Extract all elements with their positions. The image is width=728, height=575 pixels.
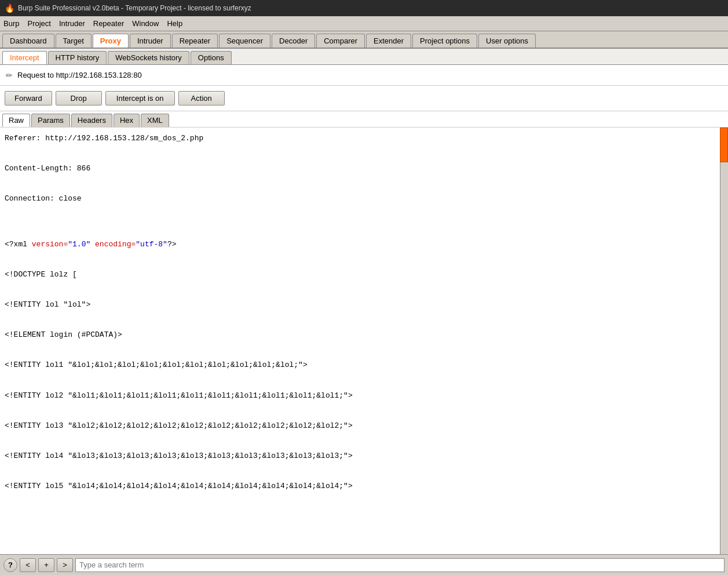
content-line-referer: Referer: http://192.168.153.128/sm_dos_2… [5,131,716,146]
action-button[interactable]: Action [178,91,225,105]
content-line-empty11 [5,434,716,449]
xml-attr-encoding-value: "utf-8" [136,240,167,249]
tab-intruder[interactable]: Intruder [130,34,171,48]
tab-proxy[interactable]: Proxy [93,34,129,48]
sub-tab-http-history[interactable]: HTTP history [48,51,107,64]
sub-tab-websockets[interactable]: WebSockets history [108,51,189,64]
request-url: Request to http://192.168.153.128:80 [17,71,142,79]
scrollbar-thumb[interactable] [720,128,728,162]
xml-attr-version-name: version= [32,240,68,249]
content-tab-xml[interactable]: XML [141,114,169,127]
content-line-entity-lol5: <!ENTITY lol5 "&lol4;&lol4;&lol4;&lol4;&… [5,479,716,494]
menu-bar: Burp Project Intruder Repeater Window He… [0,16,728,31]
next-button[interactable]: > [57,558,73,572]
content-area[interactable]: Referer: http://192.168.153.128/sm_dos_2… [0,128,728,562]
content-line-entity-lol1: <!ENTITY lol1 "&lol;&lol;&lol;&lol;&lol;… [5,358,716,373]
content-line-entity-lol: <!ENTITY lol "lol"> [5,297,716,312]
content-line-empty8 [5,343,716,358]
content-line-empty6 [5,282,716,297]
content-line-entity-lol2: <!ENTITY lol2 "&lol1;&lol1;&lol1;&lol1;&… [5,388,716,403]
menu-project[interactable]: Project [27,19,50,28]
sub-tab-intercept[interactable]: Intercept [2,51,47,64]
content-line-empty5 [5,252,716,267]
request-info-bar: ✏ Request to http://192.168.153.128:80 [0,65,728,86]
menu-repeater[interactable]: Repeater [93,19,124,28]
app-title: Burp Suite Professional v2.0beta - Tempo… [18,4,251,12]
content-line-empty7 [5,312,716,327]
content-line-empty3 [5,206,716,221]
menu-help[interactable]: Help [167,19,182,28]
menu-window[interactable]: Window [132,19,159,28]
content-line-entity-lol3: <!ENTITY lol3 "&lol2;&lol2;&lol2;&lol2;&… [5,418,716,434]
menu-burp[interactable]: Burp [3,19,19,28]
xml-attr-encoding-name: encoding= [95,240,136,249]
content-line-xml-decl: <?xml version="1.0" encoding="utf-8"?> [5,237,716,252]
prev-button[interactable]: < [20,558,36,572]
content-line-empty4 [5,222,716,237]
content-line-empty10 [5,403,716,418]
content-line-empty2 [5,176,716,191]
tab-extender[interactable]: Extender [366,34,411,48]
content-wrapper: Referer: http://192.168.153.128/sm_dos_2… [0,128,728,562]
content-tab-raw[interactable]: Raw [2,114,30,127]
title-bar: 🔥 Burp Suite Professional v2.0beta - Tem… [0,0,728,16]
tab-comparer[interactable]: Comparer [316,34,365,48]
forward-button[interactable]: Forward [5,91,52,105]
app-logo: 🔥 [5,3,14,13]
content-line-doctype: <!DOCTYPE lolz [ [5,267,716,282]
tab-target[interactable]: Target [56,34,92,48]
help-button[interactable]: ? [3,558,17,572]
intercept-toggle-button[interactable]: Intercept is on [105,91,175,105]
add-button[interactable]: + [38,558,54,572]
tab-repeater[interactable]: Repeater [172,34,218,48]
edit-icon: ✏ [6,71,13,80]
tab-user-options[interactable]: User options [478,34,536,48]
content-line-empty12 [5,464,716,479]
action-buttons-bar: Forward Drop Intercept is on Action [0,86,728,111]
content-tab-params[interactable]: Params [31,114,70,127]
content-line-empty9 [5,373,716,388]
tab-decoder[interactable]: Decoder [272,34,315,48]
sub-tabs: Intercept HTTP history WebSockets histor… [0,49,728,65]
tab-dashboard[interactable]: Dashboard [2,34,54,48]
xml-attr-version-value: "1.0" [68,240,90,249]
menu-intruder[interactable]: Intruder [59,19,85,28]
tab-project-options[interactable]: Project options [412,34,477,48]
content-tab-hex[interactable]: Hex [114,114,140,127]
search-input[interactable] [75,558,725,572]
content-tabs: Raw Params Headers Hex XML [0,111,728,128]
tab-sequencer[interactable]: Sequencer [219,34,270,48]
content-tab-headers[interactable]: Headers [71,114,112,127]
content-line-element-login: <!ELEMENT login (#PCDATA)> [5,327,716,343]
content-line-content-length: Content-Length: 866 [5,161,716,176]
content-line-entity-lol4: <!ENTITY lol4 "&lol3;&lol3;&lol3;&lol3;&… [5,449,716,464]
main-tabs: Dashboard Target Proxy Intruder Repeater… [0,31,728,49]
sub-tab-options[interactable]: Options [191,51,232,64]
content-line-empty1 [5,146,716,161]
bottom-bar: ? < + > [0,554,728,575]
drop-button[interactable]: Drop [56,91,102,105]
content-line-connection: Connection: close [5,191,716,206]
scrollbar-track[interactable] [720,128,728,562]
